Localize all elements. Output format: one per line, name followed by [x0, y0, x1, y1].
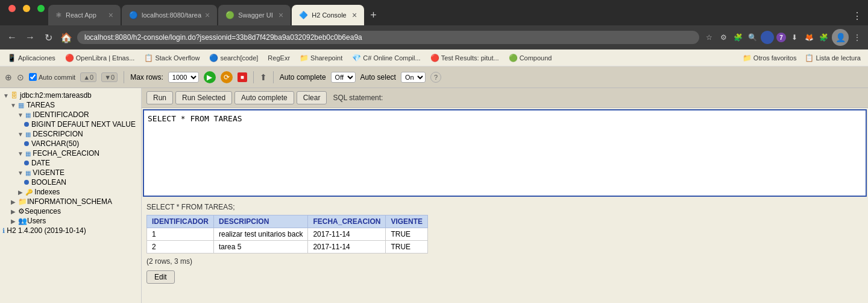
bookmark-openlibra-label: OpenLibra | Etnas...	[76, 54, 135, 62]
max-rows-select[interactable]: 1000	[168, 72, 199, 83]
counter-down-btn[interactable]: ▼0	[101, 72, 118, 82]
bookmark-aplicaciones-label: Aplicaciones	[18, 54, 55, 62]
tab-h2-console[interactable]: 🔷 H2 Console ×	[292, 5, 364, 25]
bookmark-regexr-label: RegExr	[268, 54, 290, 62]
fecha-type-label: DATE	[31, 159, 50, 167]
tab-localhost-close[interactable]: ×	[205, 10, 210, 20]
browser-menu-icon[interactable]: ⋮	[851, 10, 863, 22]
tree-identificador[interactable]: ▼ ▦ IDENTIFICADOR	[0, 110, 141, 120]
run-selected-button[interactable]: Run Selected	[175, 91, 232, 104]
stop-icon-btn[interactable]: ■	[237, 72, 247, 82]
bookmark-star-icon[interactable]: ☆	[703, 31, 715, 43]
tab-list: ⚛ React App × 🔵 localhost:8080/tarea × 🟢…	[0, 5, 851, 25]
reload-button[interactable]: ↻	[41, 32, 55, 43]
tree-descripcion[interactable]: ▼ ▦ DESCRIPCION	[0, 129, 141, 139]
tab-h2-close[interactable]: ×	[352, 10, 357, 20]
otros-icon: 📁	[743, 54, 752, 62]
tree-users[interactable]: ▶ 👥 Users	[0, 216, 141, 226]
new-tab-button[interactable]: +	[365, 5, 382, 25]
search-icon[interactable]: 🔍	[746, 31, 758, 43]
tab-swagger[interactable]: 🟢 Swagger UI ×	[218, 5, 291, 25]
table-cell: TRUE	[386, 241, 428, 254]
extension-icon[interactable]: 🧩	[732, 31, 744, 43]
tree-sequences[interactable]: ▶ ⚙ Sequences	[0, 206, 141, 216]
tab-localhost[interactable]: 🔵 localhost:8080/tarea ×	[122, 5, 217, 25]
bookmark-sharepoint[interactable]: 📁 Sharepoint	[296, 53, 346, 63]
vigente-type-label: BOOLEAN	[31, 178, 66, 187]
bookmark-stackoverflow[interactable]: 📋 Stack Overflow	[140, 53, 203, 63]
localhost-icon: 🔵	[129, 11, 138, 19]
more-options-icon[interactable]: ⋮	[851, 31, 863, 43]
users-expand: ▶	[10, 218, 17, 225]
h2-tool-icon-upload[interactable]: ⬆	[260, 72, 267, 82]
bookmark-openlibra[interactable]: 🔴 OpenLibra | Etnas...	[61, 53, 139, 63]
profile-color-icon[interactable]	[761, 31, 774, 44]
compound-icon: 🟢	[509, 54, 518, 62]
tareas-table-group[interactable]: ▼ ▦ TAREAS	[0, 100, 141, 110]
tab-swagger-close[interactable]: ×	[278, 10, 283, 20]
auto-complete-select[interactable]: Off On	[331, 72, 356, 83]
bookmark-searchcode[interactable]: 🔵 search[code]	[206, 53, 262, 63]
extensions-badge[interactable]: 7	[776, 33, 786, 42]
bookmark-test-results-label: Test Results: pitut...	[441, 54, 499, 62]
run-button[interactable]: Run	[146, 91, 173, 104]
refresh-icon-btn[interactable]: ⟳	[221, 71, 233, 83]
table-cell: 1	[147, 228, 214, 241]
user-avatar[interactable]: 👤	[832, 29, 849, 46]
tree-fecha[interactable]: ▼ ▦ FECHA_CREACION	[0, 148, 141, 158]
circle-icon-1	[24, 122, 29, 127]
tree-indexes[interactable]: ▶ 🔑 Indexes	[0, 187, 141, 197]
tree-fecha-type[interactable]: DATE	[0, 158, 141, 168]
table-group-icon: ▦	[18, 101, 24, 109]
download-icon[interactable]: ⬇	[788, 31, 800, 43]
home-button[interactable]: 🏠	[59, 32, 74, 43]
searchcode-icon: 🔵	[209, 54, 218, 62]
tree-information-schema[interactable]: ▶ 📁 INFORMATION_SCHEMA	[0, 197, 141, 206]
bookmark-compound[interactable]: 🟢 Compound	[505, 53, 556, 63]
swagger-icon: 🟢	[225, 11, 234, 19]
fecha-label: FECHA_CREACION	[31, 149, 99, 158]
auto-commit-label: Auto commit	[39, 74, 75, 81]
h2-tool-icon-1[interactable]: ⊕	[5, 72, 12, 82]
h2-tool-icon-2[interactable]: ⊙	[17, 72, 24, 82]
bookmark-csharp[interactable]: 💎 C# Online Compil...	[348, 53, 424, 63]
url-input[interactable]	[77, 31, 699, 44]
counter-up-btn[interactable]: ▲0	[80, 72, 96, 82]
h2-icon: 🔷	[299, 11, 308, 19]
tab-react-app-close[interactable]: ×	[108, 10, 113, 20]
tree-vigente-type[interactable]: BOOLEAN	[0, 177, 141, 187]
window-minimize-button[interactable]	[23, 5, 30, 12]
db-connection-item[interactable]: ▼ 🗄 jdbc:h2:mem:tareasdb	[0, 91, 141, 100]
back-button[interactable]: ←	[5, 32, 19, 43]
fox-icon[interactable]: 🦊	[803, 31, 815, 43]
identificador-label: IDENTIFICADOR	[31, 110, 89, 119]
tree-descripcion-type[interactable]: VARCHAR(50)	[0, 139, 141, 148]
sql-editor[interactable]: SELECT * FROM TAREAS|	[143, 109, 867, 197]
bookmark-aplicaciones[interactable]: 📱 Aplicaciones	[4, 53, 59, 63]
descripcion-type-label: VARCHAR(50)	[31, 139, 79, 148]
bookmark-test-results[interactable]: 🔴 Test Results: pitut...	[427, 53, 503, 63]
tab-react-app[interactable]: ⚛ React App ×	[48, 5, 121, 25]
window-close-button[interactable]	[8, 5, 16, 12]
puzzle-icon[interactable]: 🧩	[817, 31, 829, 43]
tree-identificador-type[interactable]: BIGINT DEFAULT NEXT VALUE	[0, 120, 141, 129]
version-text: H2 1.4.200 (2019-10-14)	[7, 226, 86, 235]
window-maximize-button[interactable]	[37, 5, 45, 12]
clear-button[interactable]: Clear	[297, 91, 327, 104]
edit-button[interactable]: Edit	[146, 270, 175, 284]
tree-vigente[interactable]: ▼ ▦ VIGENTE	[0, 168, 141, 177]
stackoverflow-icon: 📋	[144, 54, 153, 62]
auto-commit-checkbox-label[interactable]: Auto commit	[29, 73, 75, 81]
bookmark-regexr[interactable]: RegExr	[264, 53, 294, 63]
settings-icon[interactable]: ⚙	[717, 31, 729, 43]
auto-complete-button[interactable]: Auto complete	[234, 91, 294, 104]
auto-commit-checkbox[interactable]	[29, 73, 37, 81]
bookmark-lista[interactable]: 📋 Lista de lectura	[801, 53, 864, 63]
run-icon-btn[interactable]: ▶	[204, 71, 216, 83]
auto-select-select[interactable]: On Off	[401, 72, 426, 83]
main-layout: ▼ 🗄 jdbc:h2:mem:tareasdb ▼ ▦ TAREAS ▼ ▦ …	[0, 88, 868, 303]
help-icon[interactable]: ?	[430, 72, 441, 83]
table-cell: tarea 5	[214, 241, 308, 254]
bookmark-otros[interactable]: 📁 Otros favoritos	[739, 53, 800, 63]
forward-button[interactable]: →	[23, 32, 37, 43]
